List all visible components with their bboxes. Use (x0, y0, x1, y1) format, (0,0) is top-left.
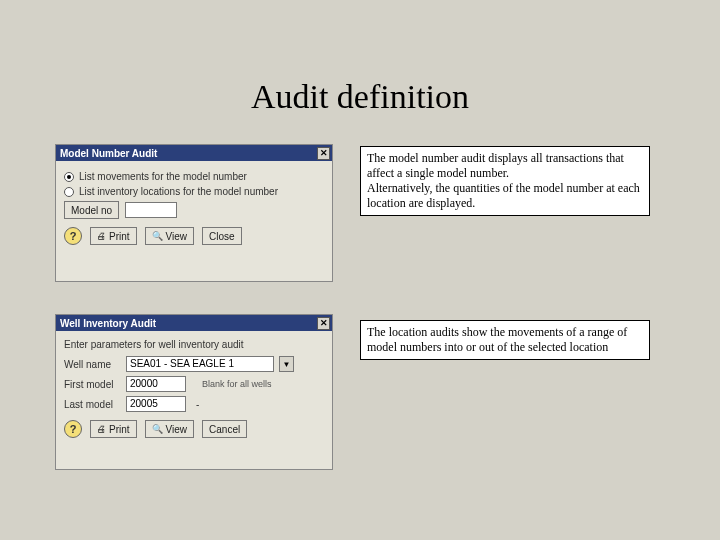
annotation-line: Alternatively, the quantities of the mod… (367, 181, 643, 211)
well-name-input[interactable]: SEA01 - SEA EAGLE 1 (126, 356, 274, 372)
print-label: Print (109, 231, 130, 242)
last-model-label: Last model (64, 399, 120, 410)
printer-icon: 🖨 (97, 231, 106, 241)
print-button[interactable]: 🖨 Print (90, 420, 137, 438)
model-no-input[interactable] (125, 202, 177, 218)
radio-icon (64, 172, 74, 182)
view-label: View (166, 424, 188, 435)
blank-note: Blank for all wells (202, 379, 272, 389)
dialog1-title: Model Number Audit (60, 148, 157, 159)
close-icon[interactable]: ✕ (317, 317, 330, 330)
print-label: Print (109, 424, 130, 435)
magnifier-icon: 🔍 (152, 424, 163, 434)
view-button[interactable]: 🔍 View (145, 227, 195, 245)
dialog2-titlebar[interactable]: Well Inventory Audit ✕ (56, 315, 332, 331)
close-icon[interactable]: ✕ (317, 147, 330, 160)
view-button[interactable]: 🔍 View (145, 420, 195, 438)
well-name-label: Well name (64, 359, 120, 370)
well-inventory-audit-dialog: Well Inventory Audit ✕ Enter parameters … (55, 314, 333, 470)
first-model-input[interactable]: 20000 (126, 376, 186, 392)
chevron-down-icon[interactable]: ▼ (279, 356, 294, 372)
annotation-line: The location audits show the movements o… (367, 325, 627, 354)
magnifier-icon: 🔍 (152, 231, 163, 241)
radio-list-inventory-locations[interactable]: List inventory locations for the model n… (64, 186, 324, 197)
model-no-button[interactable]: Model no (64, 201, 119, 219)
annotation-model-audit: The model number audit displays all tran… (360, 146, 650, 216)
dialog1-titlebar[interactable]: Model Number Audit ✕ (56, 145, 332, 161)
radio-label: List inventory locations for the model n… (79, 186, 278, 197)
help-icon[interactable]: ? (64, 227, 82, 245)
help-icon[interactable]: ? (64, 420, 82, 438)
annotation-line: The model number audit displays all tran… (367, 151, 643, 181)
model-number-audit-dialog: Model Number Audit ✕ List movements for … (55, 144, 333, 282)
cancel-button[interactable]: Cancel (202, 420, 247, 438)
radio-label: List movements for the model number (79, 171, 247, 182)
dialog2-title: Well Inventory Audit (60, 318, 156, 329)
dash-label: - (196, 399, 199, 410)
first-model-label: First model (64, 379, 120, 390)
last-model-input[interactable]: 20005 (126, 396, 186, 412)
close-button[interactable]: Close (202, 227, 242, 245)
view-label: View (166, 231, 188, 242)
print-button[interactable]: 🖨 Print (90, 227, 137, 245)
radio-list-movements[interactable]: List movements for the model number (64, 171, 324, 182)
printer-icon: 🖨 (97, 424, 106, 434)
slide-title: Audit definition (0, 78, 720, 116)
annotation-location-audit: The location audits show the movements o… (360, 320, 650, 360)
dialog2-intro: Enter parameters for well inventory audi… (64, 339, 324, 350)
radio-icon (64, 187, 74, 197)
